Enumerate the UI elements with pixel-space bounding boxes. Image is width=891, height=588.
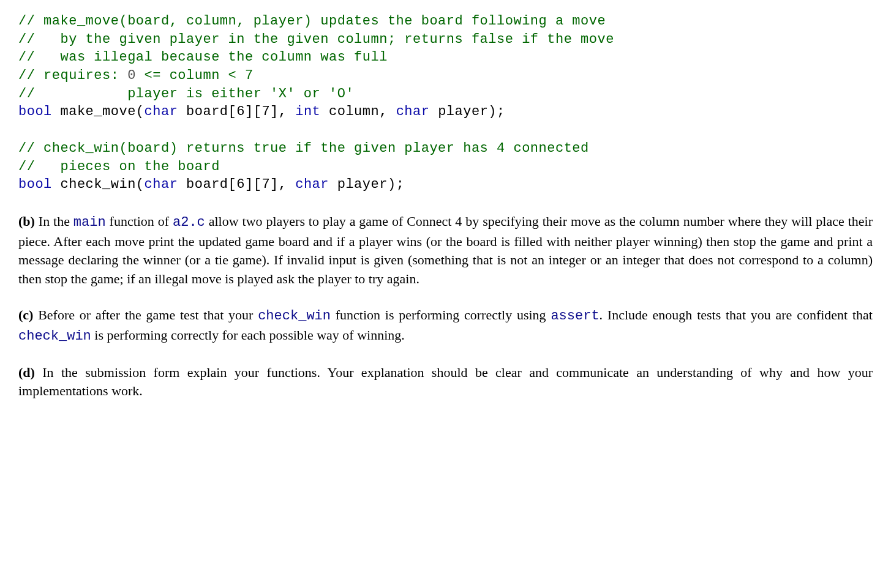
comment-line: // check_win(board) returns true if the … [18,141,589,156]
body-text: is performing correctly for each possibl… [91,327,405,343]
part-label: (d) [18,365,35,380]
function-decl: bool make_move(char board[6][7], int col… [18,104,505,119]
number-literal: 0 [127,68,136,83]
function-decl: bool check_win(char board[6][7], char pl… [18,177,404,192]
code-text: board[6][7], [178,104,295,119]
code-text: column, [320,104,396,119]
body-text: In the [35,214,73,229]
comment-line: // was illegal because the column was fu… [18,50,388,65]
comment-line: // requires: 0 <= column < 7 [18,68,254,83]
comment-part: // requires: [18,68,127,83]
keyword-bool: bool [18,104,52,119]
body-text: Before or after the game test that your [33,307,258,322]
code-text: make_move( [52,104,145,119]
keyword-char: char [145,177,178,192]
comment-line: // player is either 'X' or 'O' [18,86,354,102]
keyword-char: char [145,104,178,119]
comment-line: // by the given player in the given colu… [18,32,614,47]
part-c: (c) Before or after the game test that y… [18,306,873,346]
inline-code-a2c: a2.c [173,215,205,230]
code-text: player); [429,104,505,119]
body-text: . Include enough tests that you are conf… [600,307,873,322]
inline-code-checkwin: check_win [18,329,91,344]
body-text: function is performing correctly using [331,307,551,322]
comment-line: // make_move(board, column, player) upda… [18,13,606,29]
body-text: function of [106,214,173,229]
part-label: (c) [18,307,33,322]
code-text: check_win( [52,177,145,192]
inline-code-assert: assert [551,308,599,324]
keyword-int: int [295,104,320,119]
body-text: In the submission form explain your func… [18,365,873,399]
code-block: // make_move(board, column, player) upda… [18,12,873,194]
keyword-char: char [396,104,430,119]
part-label: (b) [18,214,35,229]
inline-code-checkwin: check_win [258,308,331,324]
part-b: (b) In the main function of a2.c allow t… [18,212,873,289]
part-d: (d) In the submission form explain your … [18,363,873,401]
keyword-bool: bool [18,177,52,192]
code-text: board[6][7], [178,177,295,192]
comment-line: // pieces on the board [18,159,220,174]
keyword-char: char [295,177,329,192]
inline-code-main: main [73,215,106,230]
code-text: player); [329,177,404,192]
comment-part: <= column < 7 [136,68,254,83]
